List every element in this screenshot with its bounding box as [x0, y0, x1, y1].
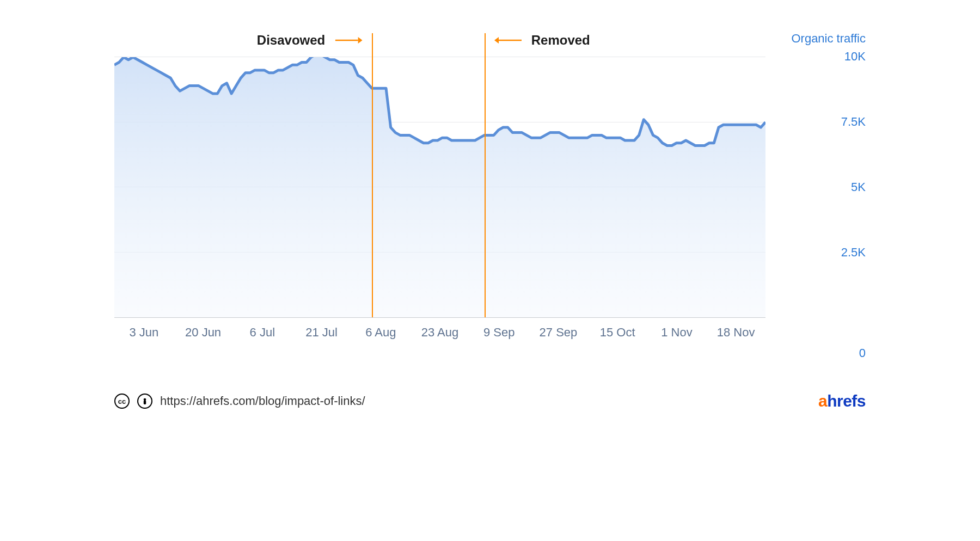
arrow-right-icon: [335, 35, 362, 45]
y-tick: 2.5K: [841, 245, 866, 260]
svg-point-2: [144, 398, 146, 401]
chart-footer: cc https://ahrefs.com/blog/impact-of-lin…: [114, 392, 866, 410]
x-tick: 9 Sep: [483, 325, 515, 340]
x-tick: 3 Jun: [129, 325, 158, 340]
y-tick: 10K: [844, 50, 866, 64]
y-axis-ticks: 10K7.5K5K2.5K0: [779, 57, 866, 318]
arrow-left-icon: [494, 35, 522, 45]
x-tick: 6 Aug: [365, 325, 396, 340]
annotation-label: Removed: [531, 33, 590, 48]
x-axis-ticks: 3 Jun20 Jun6 Jul21 Jul6 Aug23 Aug9 Sep27…: [114, 325, 765, 353]
x-tick: 18 Nov: [717, 325, 755, 340]
x-tick: 15 Oct: [600, 325, 635, 340]
svg-rect-3: [144, 401, 146, 404]
y-tick: 0: [859, 346, 866, 360]
x-tick: 27 Sep: [540, 325, 578, 340]
x-tick: 6 Jul: [250, 325, 275, 340]
brand-letter-a: a: [818, 392, 827, 410]
marker-line: [485, 33, 486, 317]
marker-line: [372, 33, 373, 317]
brand-logo: ahrefs: [818, 392, 866, 410]
annotation-label: Disavowed: [257, 33, 325, 48]
chart-card: Disavowed Removed 3 Jun20 Jun6 Jul21 Jul…: [93, 0, 887, 432]
source-url: https://ahrefs.com/blog/impact-of-links/: [160, 394, 365, 408]
annotations-row: Disavowed Removed: [114, 33, 765, 52]
x-tick: 1 Nov: [661, 325, 692, 340]
brand-rest: hrefs: [827, 392, 866, 410]
x-tick: 20 Jun: [185, 325, 221, 340]
attribution-icon: [137, 394, 152, 409]
annotation: Disavowed: [257, 33, 362, 48]
x-tick: 23 Aug: [421, 325, 459, 340]
y-tick: 5K: [851, 180, 866, 194]
x-tick: 21 Jul: [305, 325, 338, 340]
y-axis-label: Organic traffic: [779, 33, 866, 45]
plot-surface: [114, 57, 765, 318]
person-icon: [140, 397, 149, 405]
y-tick: 7.5K: [841, 115, 866, 129]
annotation: Removed: [494, 33, 590, 48]
chart-area: Disavowed Removed 3 Jun20 Jun6 Jul21 Jul…: [114, 33, 866, 353]
cc-icon: cc: [114, 394, 130, 409]
